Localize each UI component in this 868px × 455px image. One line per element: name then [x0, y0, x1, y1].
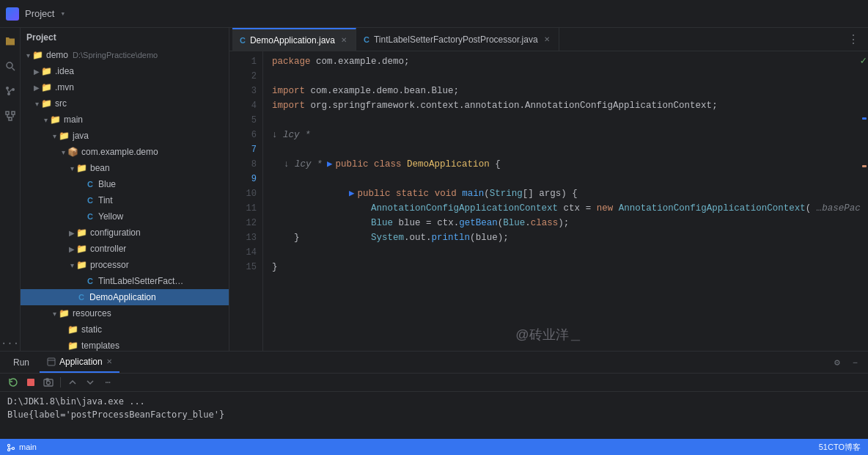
tree-arrow: ▶	[67, 245, 76, 253]
tree-item-processor[interactable]: ▾📁processor	[21, 257, 229, 273]
svg-line-1	[12, 68, 15, 71]
restart-btn[interactable]	[6, 375, 21, 390]
tree-arrow: ▾	[67, 164, 76, 172]
code-line-11: Blue blue = ctx.getBean(Blue.class);	[263, 201, 861, 216]
status-right: 51CTO博客	[819, 442, 861, 453]
tree-item-static[interactable]: 📁static	[21, 321, 229, 338]
tree-file-icon: C	[76, 293, 87, 302]
more-options-btn[interactable]: ⋯	[100, 375, 115, 390]
tree-file-icon: 📁	[76, 244, 87, 254]
tree-file-icon: 📁	[59, 308, 70, 318]
line-5: 5	[229, 113, 257, 128]
tree-item-Blue[interactable]: CBlue	[21, 176, 229, 192]
code-line-13: }	[263, 230, 861, 245]
console-line-2: Blue{label='postProcessBeanFactory_blue'…	[7, 408, 861, 421]
app-tab-close[interactable]: ✕	[106, 357, 112, 365]
icon-folder-nav[interactable]	[3, 34, 18, 48]
svg-line-5	[7, 90, 9, 92]
tree-item-label: TintLabelSetterFact…	[98, 276, 183, 286]
tree-item-mvn[interactable]: ▶📁.mvn	[21, 79, 229, 95]
line-13: 13	[229, 230, 257, 245]
tree-arrow: ▾	[67, 261, 76, 269]
tree-item-Tint[interactable]: CTint	[21, 192, 229, 208]
file-tree[interactable]: ▾📁demoD:\SpringPractice\demo▶📁.idea▶📁.mv…	[21, 47, 229, 351]
tab-TintLabel[interactable]: C TintLabelSetterFactoryPostProcessor.ja…	[356, 28, 559, 51]
code-line-12: System.out.println(blue);	[263, 216, 861, 230]
line-10: 10	[229, 186, 257, 201]
line-11: 11	[229, 201, 257, 216]
tree-file-icon: C	[85, 277, 95, 285]
tree-item-label: Tint	[98, 195, 113, 205]
tree-item-src[interactable]: ▾📁src	[21, 95, 229, 112]
tab-more-button[interactable]: ⋮	[842, 32, 865, 47]
line-7: 7	[229, 142, 257, 157]
tree-item-java[interactable]: ▾📁java	[21, 128, 229, 144]
panel-minimize-btn[interactable]: －	[847, 355, 862, 370]
tab-close-DemoApplication[interactable]: ✕	[339, 35, 348, 45]
tree-file-icon: 📁	[59, 131, 70, 141]
console-line-1: D:\JDK1.8\bin\java.exe ...	[7, 395, 861, 408]
svg-point-17	[47, 381, 51, 385]
icon-structure[interactable]	[3, 109, 18, 123]
tree-item-templates[interactable]: 📁templates	[21, 338, 229, 351]
code-editor: 1 2 3 4 5 6 7 8 9 10 11 12 13 14 15 pack…	[229, 51, 868, 351]
code-line-15: }	[263, 260, 861, 274]
tree-item-TintLabelSetterFact[interactable]: CTintLabelSetterFact…	[21, 273, 229, 289]
tree-item-idea[interactable]: ▶📁.idea	[21, 63, 229, 79]
scroll-indicator: ✓	[861, 51, 868, 351]
tree-item-Yellow[interactable]: CYellow	[21, 208, 229, 225]
tree-item-controller[interactable]: ▶📁controller	[21, 241, 229, 257]
tab-icon-tint: C	[364, 35, 369, 44]
tree-file-icon: C	[85, 180, 95, 189]
tree-arrow: ▾	[59, 148, 67, 156]
tree-item-DemoApplication[interactable]: CDemoApplication	[21, 289, 229, 305]
scroll-up-btn[interactable]	[65, 375, 80, 390]
tree-file-icon: 📁	[41, 98, 52, 109]
toolbar-sep-1	[60, 377, 61, 387]
code-line-6: ↓ lcy *	[263, 128, 861, 142]
tree-item-bean[interactable]: ▾📁bean	[21, 160, 229, 176]
bottom-tab-application[interactable]: Application ✕	[40, 352, 119, 373]
code-content[interactable]: package com.example.demo; import com.exa…	[263, 51, 861, 351]
line-1: 1	[229, 54, 257, 69]
scroll-mark-2	[862, 165, 867, 167]
tree-arrow: ▶	[32, 68, 41, 76]
tree-file-icon: 📁	[76, 260, 87, 270]
editor-tabs: C DemoApplication.java ✕ C TintLabelSett…	[229, 28, 868, 51]
svg-point-20	[12, 448, 15, 450]
tree-item-label: bean	[90, 163, 110, 173]
tree-item-label: .mvn	[55, 82, 74, 92]
svg-point-19	[8, 445, 10, 447]
tab-close-TintLabel[interactable]: ✕	[542, 34, 551, 44]
bottom-tab-run[interactable]: Run	[6, 352, 37, 373]
status-bar: main 51CTO博客	[0, 439, 868, 455]
tree-file-icon: 📦	[67, 147, 78, 157]
tree-item-label: processor	[90, 260, 129, 270]
svg-point-0	[7, 62, 12, 68]
tree-item-main[interactable]: ▾📁main	[21, 112, 229, 128]
snapshot-btn[interactable]	[41, 375, 56, 390]
tree-item-configuration[interactable]: ▶📁configuration	[21, 225, 229, 241]
scroll-down-btn[interactable]	[83, 375, 98, 390]
bottom-toolbar: ⋯	[0, 374, 868, 392]
icon-more-tools[interactable]: ···	[3, 336, 18, 351]
code-line-2	[263, 69, 861, 84]
main-layout: ··· Project ▾📁demoD:\SpringPractice\demo…	[0, 28, 868, 351]
icon-bar: ···	[0, 28, 21, 351]
tree-file-icon: 📁	[32, 50, 43, 60]
tab-DemoApplication[interactable]: C DemoApplication.java ✕	[232, 28, 356, 51]
tree-item-label: configuration	[90, 228, 141, 238]
code-line-8: ↓ lcy *	[263, 157, 861, 172]
tree-item-resources[interactable]: ▾📁resources	[21, 305, 229, 321]
tree-arrow: ▾	[32, 100, 41, 108]
tree-file-icon: 📁	[76, 163, 87, 173]
tree-item-demo[interactable]: ▾📁demoD:\SpringPractice\demo	[21, 47, 229, 63]
sidebar-header: Project	[21, 28, 229, 47]
tree-item-com.example.demo[interactable]: ▾📦com.example.demo	[21, 144, 229, 160]
svg-rect-13	[48, 358, 55, 365]
icon-search[interactable]	[3, 59, 18, 73]
top-bar: Project ▾	[0, 0, 868, 28]
icon-git[interactable]	[3, 84, 18, 98]
panel-settings-btn[interactable]: ⚙	[830, 355, 845, 370]
stop-btn[interactable]	[23, 375, 38, 390]
